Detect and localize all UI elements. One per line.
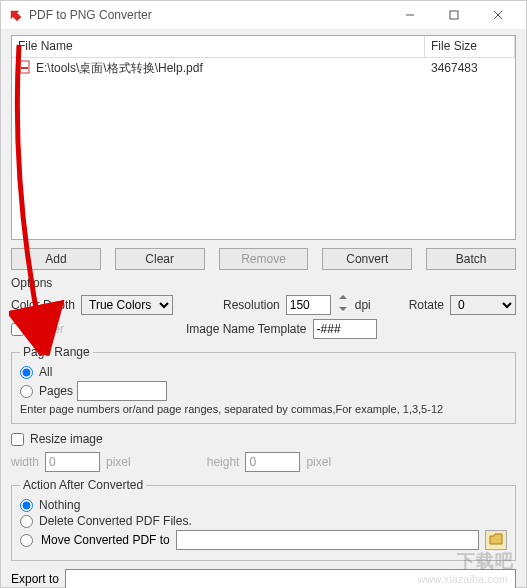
rotate-select[interactable]: 0 bbox=[450, 295, 516, 315]
pages-input[interactable] bbox=[77, 381, 167, 401]
browse-move-button[interactable] bbox=[485, 530, 507, 550]
dither-checkbox[interactable] bbox=[11, 323, 24, 336]
export-label: Export to bbox=[11, 572, 59, 586]
pages-label: Pages bbox=[39, 384, 73, 398]
file-grid[interactable]: File Name File Size E:\tools\桌面\格式转换\Hel… bbox=[11, 35, 516, 240]
move-label: Move Converted PDF to bbox=[41, 533, 170, 547]
convert-button[interactable]: Convert bbox=[322, 248, 412, 270]
file-name-cell: E:\tools\桌面\格式转换\Help.pdf bbox=[36, 60, 203, 77]
maximize-button[interactable] bbox=[432, 1, 476, 29]
width-input bbox=[45, 452, 100, 472]
folder-icon bbox=[489, 533, 503, 548]
page-range-hint: Enter page numbers or/and page ranges, s… bbox=[20, 403, 507, 415]
watermark-url: www.xiazaiba.com bbox=[418, 573, 508, 585]
pdf-icon bbox=[18, 60, 32, 77]
close-button[interactable] bbox=[476, 1, 520, 29]
all-radio[interactable] bbox=[20, 366, 33, 379]
height-label: height bbox=[207, 455, 240, 469]
remove-button[interactable]: Remove bbox=[219, 248, 309, 270]
window-title: PDF to PNG Converter bbox=[29, 8, 388, 22]
table-row[interactable]: E:\tools\桌面\格式转换\Help.pdf 3467483 bbox=[12, 58, 515, 78]
move-radio[interactable] bbox=[20, 534, 33, 547]
width-unit: pixel bbox=[106, 455, 131, 469]
watermark: 下载吧 bbox=[457, 549, 514, 573]
resolution-label: Resolution bbox=[223, 298, 280, 312]
page-range-legend: Page Range bbox=[20, 345, 93, 359]
all-label: All bbox=[39, 365, 52, 379]
page-range-group: Page Range All Pages Enter page numbers … bbox=[11, 345, 516, 424]
spinner-icon[interactable] bbox=[337, 294, 349, 315]
col-header-size[interactable]: File Size bbox=[425, 36, 515, 58]
svg-rect-5 bbox=[21, 67, 28, 69]
titlebar: PDF to PNG Converter bbox=[1, 1, 526, 29]
template-label: Image Name Template bbox=[186, 322, 307, 336]
color-depth-label: Color Depth bbox=[11, 298, 75, 312]
grid-header: File Name File Size bbox=[12, 36, 515, 58]
dither-label: Dither bbox=[32, 322, 64, 336]
app-icon bbox=[7, 7, 23, 23]
resolution-input[interactable] bbox=[286, 295, 331, 315]
template-input[interactable] bbox=[313, 319, 377, 339]
dpi-label: dpi bbox=[355, 298, 371, 312]
resize-checkbox[interactable] bbox=[11, 433, 24, 446]
file-size-cell: 3467483 bbox=[425, 59, 515, 77]
minimize-button[interactable] bbox=[388, 1, 432, 29]
nothing-radio[interactable] bbox=[20, 499, 33, 512]
height-unit: pixel bbox=[306, 455, 331, 469]
height-input bbox=[245, 452, 300, 472]
move-path-input[interactable] bbox=[176, 530, 479, 550]
col-header-name[interactable]: File Name bbox=[12, 36, 425, 58]
pages-radio[interactable] bbox=[20, 385, 33, 398]
delete-radio[interactable] bbox=[20, 515, 33, 528]
clear-button[interactable]: Clear bbox=[115, 248, 205, 270]
svg-rect-1 bbox=[450, 11, 458, 19]
add-button[interactable]: Add bbox=[11, 248, 101, 270]
action-group: Action After Converted Nothing Delete Co… bbox=[11, 478, 516, 561]
rotate-label: Rotate bbox=[409, 298, 444, 312]
color-depth-select[interactable]: True Colors bbox=[81, 295, 173, 315]
options-label: Options bbox=[11, 276, 516, 290]
action-legend: Action After Converted bbox=[20, 478, 146, 492]
resize-label: Resize image bbox=[30, 432, 103, 446]
batch-button[interactable]: Batch bbox=[426, 248, 516, 270]
nothing-label: Nothing bbox=[39, 498, 80, 512]
width-label: width bbox=[11, 455, 39, 469]
delete-label: Delete Converted PDF Files. bbox=[39, 514, 192, 528]
